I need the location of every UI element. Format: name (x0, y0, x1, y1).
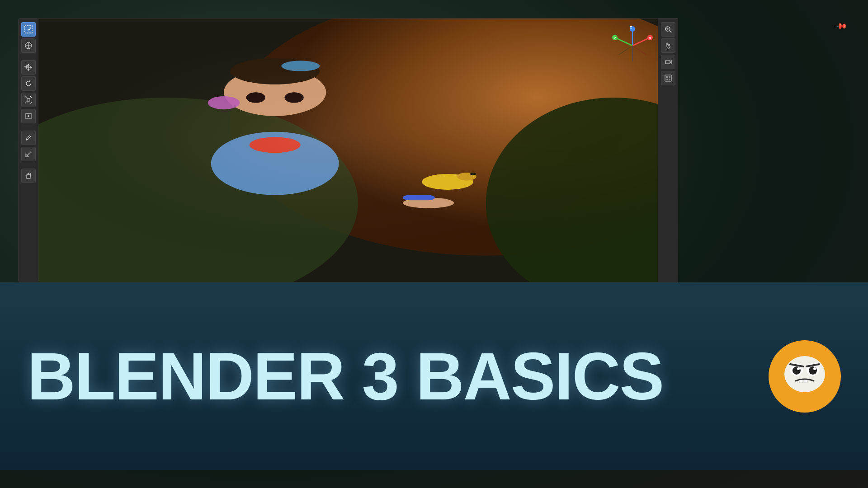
viewport-grab-btn[interactable] (661, 38, 675, 53)
zoom-to-selection-btn[interactable] (661, 22, 675, 37)
svg-rect-84 (804, 380, 807, 383)
axes-gizmo: Z X Y (612, 25, 653, 66)
svg-point-27 (38, 19, 678, 282)
svg-line-36 (619, 46, 632, 55)
svg-rect-44 (665, 61, 670, 64)
svg-line-35 (632, 46, 646, 55)
svg-line-41 (670, 31, 671, 33)
svg-text:X: X (649, 36, 651, 40)
svg-rect-46 (666, 76, 668, 78)
svg-point-78 (793, 366, 801, 375)
separator (21, 55, 36, 58)
left-toolbar: ✛ (19, 19, 38, 282)
scale-tool[interactable] (21, 93, 36, 107)
add-primitive-tool[interactable] (21, 169, 36, 183)
move-tool[interactable]: ✛ (21, 60, 36, 75)
svg-point-79 (797, 367, 800, 370)
select-box-tool[interactable] (21, 22, 36, 37)
viewport-wrapper: ✛ (18, 18, 678, 282)
svg-text:Y: Y (613, 36, 616, 40)
separator3 (21, 163, 36, 167)
svg-rect-47 (669, 76, 670, 78)
scene-svg (38, 19, 678, 282)
measure-tool[interactable] (21, 147, 36, 161)
svg-point-81 (809, 366, 817, 375)
separator2 (21, 125, 36, 129)
camera-view-btn[interactable] (661, 55, 675, 69)
svg-rect-5 (27, 99, 30, 101)
svg-rect-48 (666, 79, 668, 80)
right-viewport-toolbar (658, 19, 678, 282)
bottom-banner: BLENDER 3 BASICS (0, 282, 868, 470)
logo-circle (769, 340, 841, 413)
cursor-tool[interactable] (21, 38, 36, 53)
svg-text:Z: Z (630, 25, 632, 29)
svg-point-7 (28, 115, 29, 117)
svg-rect-49 (669, 79, 670, 80)
annotate-tool[interactable] (21, 131, 36, 145)
viewport-canvas[interactable]: Z X Y (38, 19, 678, 282)
svg-point-82 (813, 367, 816, 370)
transform-tool[interactable] (21, 109, 36, 123)
main-container: ✛ (0, 0, 868, 488)
logo-svg (773, 345, 836, 408)
viewport-background: Z X Y (38, 19, 678, 282)
svg-point-76 (784, 356, 825, 392)
svg-rect-83 (799, 380, 803, 383)
svg-rect-9 (27, 175, 30, 178)
svg-line-32 (616, 38, 632, 46)
render-view-btn[interactable] (661, 71, 675, 85)
rotate-tool[interactable] (21, 76, 36, 91)
svg-line-30 (632, 38, 649, 46)
svg-text:✛: ✛ (24, 63, 29, 70)
banner-title: BLENDER 3 BASICS (27, 346, 663, 406)
cgboost-logo (769, 340, 841, 413)
